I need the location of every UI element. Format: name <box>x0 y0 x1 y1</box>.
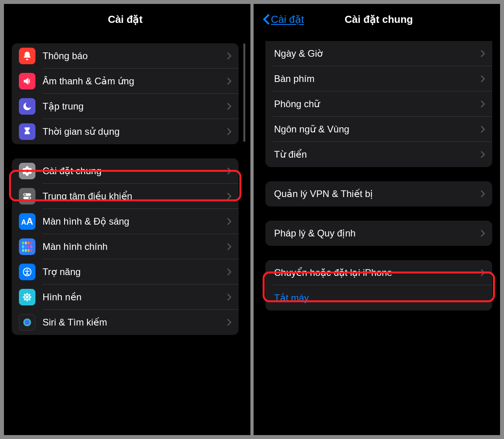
homescreen-icon <box>19 238 35 255</box>
row-label: Trung tâm điều khiển <box>43 191 227 202</box>
chevron-right-icon <box>480 229 485 237</box>
row-wallpaper[interactable]: Hình nền <box>12 285 239 310</box>
svg-point-7 <box>26 293 28 296</box>
row-label: Ngày & Giờ <box>274 48 480 59</box>
header: Cài đặt <box>4 6 246 32</box>
row-homescreen[interactable]: Màn hình chính <box>12 234 239 259</box>
row-transfer-reset[interactable]: Chuyển hoặc đặt lại iPhone <box>265 260 492 285</box>
row-label: Thời gian sử dụng <box>43 126 227 137</box>
row-label: Màn hình & Độ sáng <box>43 216 227 227</box>
row-notifications[interactable]: Thông báo <box>12 43 239 69</box>
chevron-right-icon <box>480 75 485 83</box>
chevron-right-icon <box>480 100 485 108</box>
general-group-3: Pháp lý & Quy định <box>265 221 492 246</box>
chevron-right-icon <box>227 128 232 136</box>
row-vpn-device[interactable]: Quản lý VPN & Thiết bị <box>265 181 492 206</box>
svg-point-11 <box>24 294 27 297</box>
chevron-right-icon <box>227 318 232 326</box>
row-label: Màn hình chính <box>43 241 227 252</box>
svg-point-14 <box>28 298 31 301</box>
row-focus[interactable]: Tập trung <box>12 94 239 119</box>
row-label: Từ điển <box>274 149 480 160</box>
row-shutdown[interactable]: Tắt máy <box>265 285 492 311</box>
chevron-right-icon <box>480 190 485 198</box>
svg-point-1 <box>24 194 26 195</box>
row-screentime[interactable]: Thời gian sử dụng <box>12 119 239 144</box>
svg-point-13 <box>24 298 27 301</box>
svg-point-6 <box>26 296 29 299</box>
chevron-right-icon <box>480 269 485 277</box>
chevron-right-icon <box>227 52 232 60</box>
svg-point-5 <box>26 269 28 270</box>
chevron-right-icon <box>227 243 232 251</box>
row-label: Siri & Tìm kiếm <box>43 317 227 328</box>
svg-point-9 <box>23 296 25 298</box>
row-legal[interactable]: Pháp lý & Quy định <box>265 221 492 246</box>
row-siri[interactable]: Siri & Tìm kiếm <box>12 310 239 335</box>
row-label: Phông chữ <box>274 99 480 110</box>
row-language-region[interactable]: Ngôn ngữ & Vùng <box>265 117 492 142</box>
flower-icon <box>19 289 35 305</box>
settings-group-1: Thông báo Âm thanh & Cảm ứng T <box>12 43 239 144</box>
row-display[interactable]: AA Màn hình & Độ sáng <box>12 209 239 234</box>
row-fonts[interactable]: Phông chữ <box>265 91 492 117</box>
chevron-right-icon <box>227 293 232 301</box>
row-label: Thông báo <box>43 50 227 61</box>
dual-screenshot-frame: Cài đặt Thông báo Âm thanh & Cảm ứng <box>4 4 500 435</box>
row-sounds[interactable]: Âm thanh & Cảm ứng <box>12 69 239 94</box>
chevron-right-icon <box>227 268 232 276</box>
row-label: Âm thanh & Cảm ứng <box>43 76 227 87</box>
row-label: Tắt máy <box>274 292 485 303</box>
chevron-right-icon <box>480 151 485 158</box>
general-group-2: Quản lý VPN & Thiết bị <box>265 181 492 206</box>
row-label: Cài đặt chung <box>43 166 227 177</box>
screen-settings: Cài đặt Thông báo Âm thanh & Cảm ứng <box>4 4 246 435</box>
row-dictionary[interactable]: Từ điển <box>265 142 492 167</box>
page-title: Cài đặt chung <box>345 13 413 26</box>
chevron-right-icon <box>480 125 485 133</box>
row-keyboard[interactable]: Bàn phím <box>265 66 492 91</box>
screen-general: Cài đặt Cài đặt chung Ngày & Giờ Bàn phí… <box>258 4 500 435</box>
back-button[interactable]: Cài đặt <box>263 6 304 32</box>
general-group-4: Chuyển hoặc đặt lại iPhone Tắt máy <box>265 260 492 311</box>
row-label: Quản lý VPN & Thiết bị <box>274 188 480 199</box>
row-label: Trợ năng <box>43 266 227 277</box>
row-date-time[interactable]: Ngày & Giờ <box>265 41 492 66</box>
row-label: Pháp lý & Quy định <box>274 228 480 239</box>
chevron-right-icon <box>227 192 232 200</box>
back-label: Cài đặt <box>271 13 304 26</box>
bell-icon <box>19 48 35 64</box>
gear-icon <box>19 163 35 179</box>
row-accessibility[interactable]: Trợ năng <box>12 259 239 285</box>
chevron-right-icon <box>227 167 232 175</box>
row-label: Bàn phím <box>274 73 480 84</box>
siri-icon <box>19 314 35 331</box>
chevron-right-icon <box>227 77 232 85</box>
row-label: Chuyển hoặc đặt lại iPhone <box>274 267 480 278</box>
chevron-right-icon <box>227 102 232 110</box>
svg-point-3 <box>28 197 30 199</box>
row-general[interactable]: Cài đặt chung <box>12 158 239 184</box>
chevron-right-icon <box>480 50 485 58</box>
accessibility-icon <box>19 264 35 280</box>
row-control-center[interactable]: Trung tâm điều khiển <box>12 184 239 209</box>
row-label: Ngôn ngữ & Vùng <box>274 124 480 135</box>
moon-icon <box>19 98 35 115</box>
screenshot-divider <box>250 4 254 435</box>
page-title: Cài đặt <box>108 13 143 26</box>
settings-group-2: Cài đặt chung Trung tâm điều khiển <box>12 158 239 335</box>
svg-point-10 <box>29 296 32 298</box>
header: Cài đặt Cài đặt chung <box>258 6 500 32</box>
general-group-1: Ngày & Giờ Bàn phím Phông chữ Ngôn ngữ &… <box>265 41 492 167</box>
row-label: Hình nền <box>43 292 227 303</box>
svg-point-12 <box>28 294 31 297</box>
switches-icon <box>19 188 35 205</box>
content: Thông báo Âm thanh & Cảm ứng T <box>4 43 246 335</box>
textsize-icon: AA <box>19 213 35 230</box>
svg-point-8 <box>26 299 28 301</box>
hourglass-icon <box>19 123 35 140</box>
svg-point-15 <box>23 318 31 326</box>
row-label: Tập trung <box>43 101 227 112</box>
sound-icon <box>19 73 35 89</box>
chevron-right-icon <box>227 218 232 225</box>
